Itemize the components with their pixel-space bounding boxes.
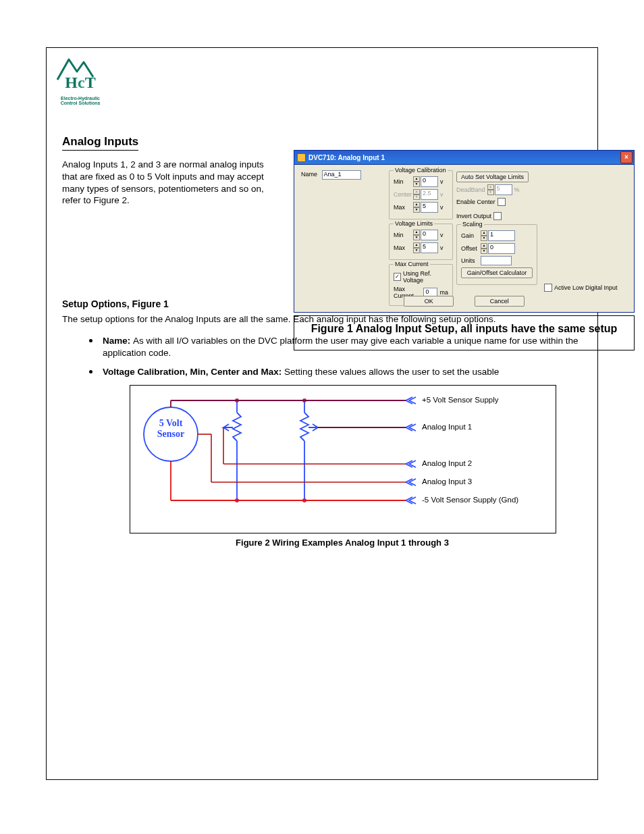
auto-set-button[interactable]: Auto Set Voltage Limits	[456, 172, 529, 182]
sensor-label-line1: 5 Volt	[159, 418, 183, 428]
scaling-group: Scaling Gain ▲▼1 Offset ▲▼0 Units Gain/O…	[456, 224, 537, 285]
gain-label: Gain	[461, 232, 479, 239]
vlim-min-spinner[interactable]: ▲▼0	[413, 230, 438, 240]
pin-ai3: Analog Input 3	[422, 477, 472, 486]
bullet-item: Voltage Calibration, Min, Center and Max…	[62, 366, 582, 378]
bullet-label: Voltage Calibration, Min, Center and Max…	[103, 367, 284, 377]
figure-2-caption: Figure 2 Wiring Examples Analog Input 1 …	[130, 538, 555, 548]
close-icon[interactable]: ×	[620, 151, 633, 163]
active-low-checkbox[interactable]: Active Low Digital Input	[544, 284, 618, 292]
bullet-text: Setting these values allows the user to …	[284, 367, 499, 377]
pin-ref: +5 Volt Sensor Supply	[422, 396, 498, 404]
name-field[interactable]: Ana_1	[322, 170, 361, 180]
center-spinner: ▲▼2.5	[413, 189, 438, 200]
units-label: Units	[461, 257, 479, 264]
hct-logo: HcT Electro-Hydraulic Control Solutions	[53, 53, 108, 106]
using-ref-checkbox[interactable]: ✓Using Ref. Voltage	[394, 270, 448, 284]
offset-spinner[interactable]: ▲▼0	[481, 243, 515, 254]
min-spinner[interactable]: ▲▼0	[413, 176, 438, 187]
pin-gnd: -5 Volt Sensor Supply (Gnd)	[422, 496, 518, 504]
figure-1-caption-box: Figure 1 Analog Input Setup, all inputs …	[294, 315, 635, 350]
app-icon	[297, 153, 306, 162]
enable-center-checkbox[interactable]: Enable Center	[456, 197, 506, 207]
vlim-min-label: Min	[394, 232, 411, 238]
vlim-max-spinner[interactable]: ▲▼5	[413, 242, 438, 253]
max-spinner[interactable]: ▲▼5	[413, 202, 438, 213]
gain-offset-calculator-button[interactable]: Gain/Offset Calculator	[461, 267, 533, 278]
deadband-spinner: ▲▼5	[487, 184, 512, 195]
dialog-titlebar[interactable]: DVC710: Analog Input 1 ×	[294, 151, 634, 165]
ok-button[interactable]: OK	[404, 296, 454, 307]
voltage-limits-group: Voltage Limits Min ▲▼0v Max ▲▼5v	[389, 224, 453, 260]
gain-spinner[interactable]: ▲▼1	[481, 230, 515, 241]
group-legend: Max Current	[394, 261, 430, 267]
offset-label: Offset	[461, 245, 479, 252]
pin-ai1: Analog Input 1	[422, 423, 472, 431]
intro-paragraph: Analog Inputs 1, 2 and 3 are normal anal…	[62, 159, 265, 207]
figure-1-caption: Figure 1 Analog Input Setup, all inputs …	[311, 323, 618, 334]
dialog-title: DVC710: Analog Input 1	[308, 154, 385, 161]
pin-ai2: Analog Input 2	[422, 459, 472, 467]
analog-input-dialog: DVC710: Analog Input 1 × Name Ana_1 Volt…	[294, 150, 635, 313]
sensor-label-line2: Sensor	[157, 429, 184, 439]
logo-sub-2: Control Solutions	[53, 101, 108, 105]
center-label: Center	[394, 191, 411, 198]
logo-sub-1: Electro-Hydraulic	[53, 96, 108, 101]
svg-text:HcT: HcT	[65, 74, 95, 91]
invert-output-checkbox[interactable]: Invert Output	[456, 211, 502, 221]
voltage-calibration-group: Voltage Calibration Min ▲▼0v Center ▲▼2.…	[389, 170, 453, 219]
group-legend: Voltage Limits	[394, 220, 434, 227]
max-label: Max	[394, 204, 411, 211]
section-heading: Analog Inputs	[62, 135, 138, 151]
vlim-max-label: Max	[394, 244, 411, 251]
group-legend: Voltage Calibration	[394, 167, 448, 174]
units-field[interactable]	[481, 256, 512, 265]
sensor-label: 5 Volt Sensor	[144, 418, 198, 440]
figure-2-wiring: 5 Volt Sensor +5 Volt Sensor Supply Anal…	[130, 385, 556, 533]
cancel-button[interactable]: Cancel	[475, 296, 525, 307]
min-label: Min	[394, 178, 411, 185]
bullet-label: Name:	[103, 336, 133, 346]
group-legend: Scaling	[461, 221, 484, 228]
name-label: Name	[301, 171, 317, 178]
deadband-label: DeadBand	[456, 186, 485, 193]
